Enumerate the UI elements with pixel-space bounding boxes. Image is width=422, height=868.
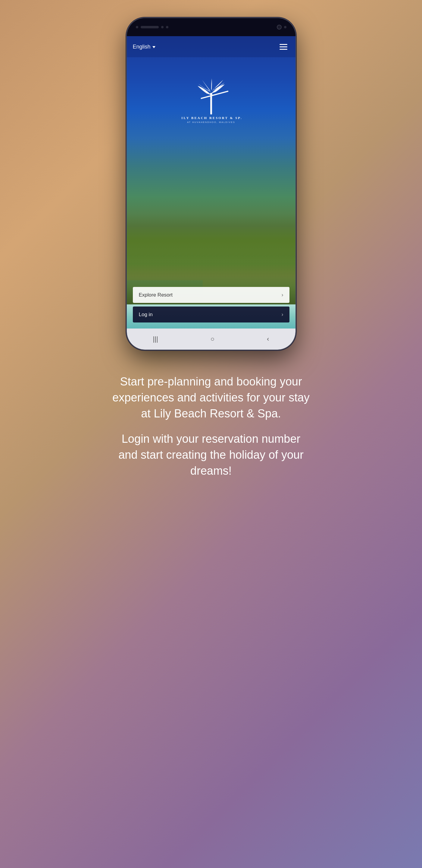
- home-icon: ○: [210, 335, 215, 343]
- explore-arrow-icon: ›: [282, 292, 284, 298]
- svg-text:LILY BEACH RESORT & SPA: LILY BEACH RESORT & SPA: [181, 116, 241, 120]
- svg-rect-0: [210, 93, 212, 115]
- phone-top-bar: [127, 18, 295, 36]
- bottom-nav-bar: ||| ○ ‹: [127, 329, 295, 350]
- phone-screen: English: [127, 36, 295, 329]
- menu-icon: [280, 44, 287, 50]
- home-button[interactable]: ○: [210, 335, 215, 343]
- phone-device: English: [127, 18, 295, 350]
- svg-point-2: [210, 93, 213, 95]
- chevron-down-icon: [153, 46, 155, 48]
- left-sensors: [136, 26, 168, 28]
- front-camera: [277, 25, 282, 30]
- app-header: English: [127, 36, 295, 57]
- recents-icon: |||: [153, 335, 158, 343]
- explore-resort-button[interactable]: Explore Resort ›: [133, 287, 289, 303]
- action-area: Explore Resort › Log in ›: [127, 287, 295, 329]
- description-main: Start pre-planning and booking your expe…: [112, 374, 311, 422]
- sensor-dot-1: [136, 26, 138, 28]
- description-sub: Login with your reservation number and s…: [112, 431, 311, 479]
- explore-label: Explore Resort: [139, 292, 172, 298]
- description-section: Start pre-planning and booking your expe…: [100, 374, 323, 479]
- back-button[interactable]: ‹: [267, 335, 269, 343]
- login-button[interactable]: Log in ›: [133, 307, 289, 322]
- login-arrow-icon: ›: [282, 311, 284, 318]
- right-sensors: [277, 25, 287, 30]
- language-label: English: [133, 44, 151, 50]
- recents-button[interactable]: |||: [153, 335, 158, 343]
- svg-text:AT HUVAHENDHOO, MALDIVES: AT HUVAHENDHOO, MALDIVES: [187, 121, 235, 124]
- logo-area: LILY BEACH RESORT & SPA AT HUVAHENDHOO, …: [127, 57, 295, 124]
- back-icon: ‹: [267, 335, 269, 343]
- sensor-dot-2: [161, 26, 164, 28]
- resort-logo: LILY BEACH RESORT & SPA AT HUVAHENDHOO, …: [181, 69, 241, 124]
- hamburger-button[interactable]: [278, 41, 289, 53]
- sensor-dot-4: [284, 26, 287, 28]
- sensor-dot-3: [166, 26, 168, 28]
- sensor-bar: [141, 26, 159, 28]
- login-label: Log in: [139, 312, 153, 318]
- language-selector[interactable]: English: [133, 44, 155, 50]
